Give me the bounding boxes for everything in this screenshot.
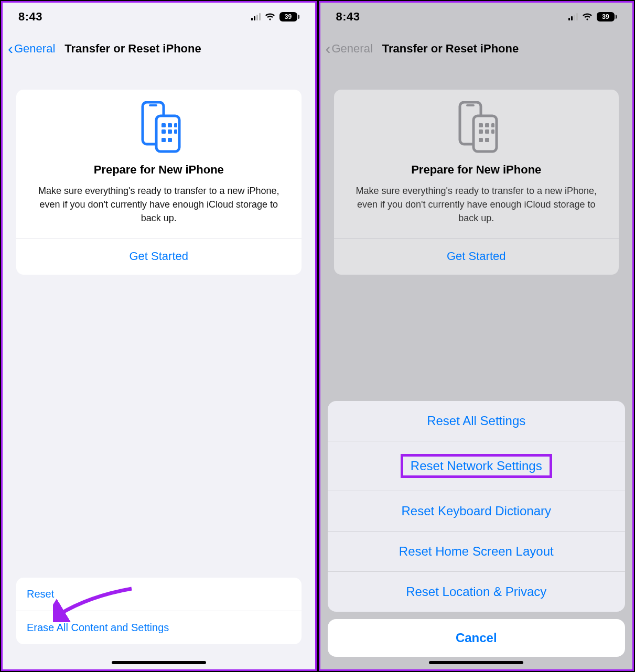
status-icons: 39: [568, 12, 617, 21]
status-time: 8:43: [18, 10, 42, 24]
svg-rect-16: [491, 123, 494, 127]
prepare-card: Prepare for New iPhone Make sure everyth…: [334, 90, 619, 275]
cancel-button[interactable]: Cancel: [328, 619, 626, 657]
back-chevron-icon[interactable]: ‹: [8, 41, 13, 57]
navigation-bar: ‹ General Transfer or Reset iPhone: [3, 33, 315, 64]
cellular-icon: [251, 13, 261, 20]
annotation-highlight: Reset Network Settings: [401, 454, 552, 478]
get-started-button: Get Started: [334, 239, 619, 275]
get-started-button[interactable]: Get Started: [16, 239, 302, 275]
svg-rect-15: [485, 123, 489, 127]
sheet-item-reset-all-settings[interactable]: Reset All Settings: [328, 401, 626, 441]
svg-rect-8: [174, 129, 177, 134]
reset-action-sheet: Reset All SettingsReset Network Settings…: [328, 401, 626, 657]
wifi-icon: [582, 13, 593, 21]
svg-rect-6: [162, 129, 166, 134]
svg-rect-17: [479, 129, 483, 134]
phone-screenshot-left: 8:43 39 ‹ General Transfer or Reset iPho…: [1, 1, 317, 671]
svg-rect-19: [491, 129, 494, 134]
card-description: Make sure everything's ready to transfer…: [16, 184, 302, 239]
status-icons: 39: [251, 12, 299, 21]
phone-screenshot-right: 8:43 39 ‹ General Transfer or Reset iPho…: [319, 1, 634, 671]
svg-rect-18: [485, 129, 489, 134]
svg-rect-21: [485, 138, 489, 142]
devices-icon: [16, 101, 302, 154]
svg-rect-3: [162, 123, 166, 127]
card-title: Prepare for New iPhone: [16, 163, 302, 177]
back-button: General: [332, 42, 373, 56]
battery-icon: 39: [597, 12, 617, 21]
action-sheet-group: Reset All SettingsReset Network Settings…: [328, 401, 626, 612]
page-title: Transfer or Reset iPhone: [382, 42, 519, 56]
sheet-item-reset-keyboard-dictionary[interactable]: Reset Keyboard Dictionary: [328, 491, 626, 531]
home-indicator[interactable]: [429, 661, 523, 664]
svg-rect-4: [168, 123, 172, 127]
bottom-option-list: Reset Erase All Content and Settings: [16, 578, 302, 644]
back-chevron-icon: ‹: [326, 41, 331, 57]
erase-all-row[interactable]: Erase All Content and Settings: [16, 611, 302, 644]
sheet-item-reset-network-settings[interactable]: Reset Network Settings: [328, 441, 626, 491]
svg-rect-14: [479, 123, 483, 127]
sheet-item-reset-location-privacy[interactable]: Reset Location & Privacy: [328, 571, 626, 612]
back-button[interactable]: General: [14, 42, 55, 56]
reset-row[interactable]: Reset: [16, 578, 302, 611]
status-time: 8:43: [336, 10, 360, 24]
devices-icon: [334, 101, 619, 154]
svg-rect-20: [479, 138, 483, 142]
svg-rect-1: [149, 104, 157, 106]
svg-rect-12: [466, 104, 475, 106]
cellular-icon: [568, 13, 578, 20]
status-bar: 8:43 39: [3, 3, 315, 31]
battery-icon: 39: [279, 12, 299, 21]
svg-rect-5: [174, 123, 177, 127]
card-title: Prepare for New iPhone: [334, 163, 619, 177]
sheet-item-reset-home-screen-layout[interactable]: Reset Home Screen Layout: [328, 531, 626, 571]
home-indicator[interactable]: [112, 661, 206, 664]
wifi-icon: [265, 13, 275, 21]
svg-rect-10: [168, 138, 172, 142]
page-title: Transfer or Reset iPhone: [64, 42, 201, 56]
svg-rect-7: [168, 129, 172, 134]
svg-rect-9: [162, 138, 166, 142]
card-description: Make sure everything's ready to transfer…: [334, 184, 619, 239]
status-bar: 8:43 39: [320, 3, 633, 31]
navigation-bar: ‹ General Transfer or Reset iPhone: [320, 33, 633, 64]
prepare-card: Prepare for New iPhone Make sure everyth…: [16, 90, 302, 275]
